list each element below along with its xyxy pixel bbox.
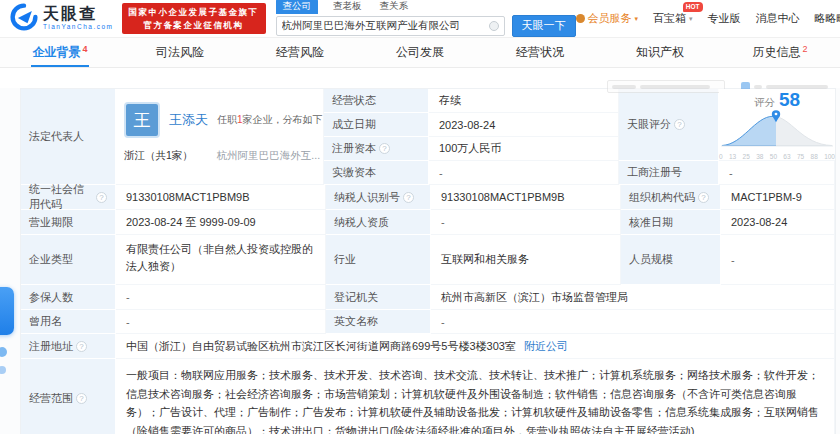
search-input-wrap	[276, 16, 505, 36]
address-text: 中国（浙江）自由贸易试验区杭州市滨江区长河街道网商路699号5号楼3楼303室	[126, 339, 516, 354]
info-icon[interactable]: ?	[674, 119, 685, 130]
table-row: 法定代表人 王 王添天 任职1家企业，分布如下 浙江（共1家） 杭州阿里巴巴海外…	[21, 89, 835, 185]
info-icon[interactable]: ?	[96, 192, 107, 203]
score-axis-labels: 0 13 25 38 50 63 75 88 100	[719, 154, 835, 161]
field-value-biz-reg-no: -	[719, 161, 835, 185]
field-value-company-type: 有限责任公司（非自然人投资或控股的法人独资）	[116, 235, 326, 285]
chevron-down-icon: ▾	[689, 15, 693, 23]
tab-label: 司法风险	[156, 44, 204, 61]
label-text: 天眼评分	[627, 117, 671, 132]
field-label-address: 注册地址 ?	[21, 334, 116, 359]
field-label-taxpayer-id: 纳税人识别号 ?	[326, 185, 431, 210]
search-tab-relation[interactable]: 查关系	[377, 0, 412, 14]
info-icon[interactable]: ?	[379, 143, 390, 154]
tab-history-info[interactable]: 历史信息2	[720, 38, 840, 67]
table-row: 参保人数 - 登记机关 杭州市高新区（滨江）市场监督管理局	[21, 285, 835, 310]
tab-company-background[interactable]: 企业背景4	[0, 38, 120, 67]
info-icon[interactable]: ?	[76, 341, 87, 352]
table-row: 企业类型 有限责任公司（非自然人投资或控股的法人独资） 行业 互联网和相关服务 …	[21, 235, 835, 285]
placeholder-bar	[640, 85, 710, 89]
score-chart: 评分58	[719, 89, 835, 161]
field-label-legal-rep: 法定代表人	[21, 89, 116, 185]
field-value-taxpayer-qual: -	[431, 210, 621, 235]
field-value-status: 存续	[429, 89, 619, 113]
legal-rep-avatar[interactable]: 王	[124, 102, 160, 138]
field-value-scope: 一般项目：物联网应用服务；技术服务、技术开发、技术咨询、技术交流、技术转让、技术…	[116, 359, 835, 434]
search-button[interactable]: 天眼一下	[512, 15, 576, 37]
legal-rep-region: 浙江（共1家）	[124, 149, 193, 163]
field-value-taxpayer-id: 91330108MACT1PBM9B	[431, 185, 621, 210]
member-icon	[576, 14, 585, 23]
field-value-paid-capital: -	[429, 161, 619, 185]
score-curve	[719, 109, 835, 153]
tianyancha-company-page: 天眼查 TianYanCha.com 国家中小企业发展子基金旗下 官方备案企业征…	[0, 0, 840, 434]
field-value-reg-authority: 杭州市高新区（滨江）市场监督管理局	[431, 285, 835, 310]
legal-rep-cell: 王 王添天 任职1家企业，分布如下 浙江（共1家） 杭州阿里巴巴海外互...	[116, 89, 324, 185]
label-text: 组织机构代码	[629, 190, 695, 205]
nav-pro-label: 专业版	[708, 11, 741, 26]
axis-tick: 100	[824, 154, 835, 161]
top-nav: 会员服务 ▾ 百宝箱 ▾ HOT 专业版 消息中心 略略略略...	[576, 11, 840, 26]
certification-badge: 国家中小企业发展子基金旗下 官方备案企业征信机构	[122, 3, 266, 34]
floating-side-widget[interactable]	[0, 287, 14, 335]
legal-rep-note: 任职1家企业，分布如下	[217, 113, 323, 127]
note-suffix: 家企业，分布如下	[243, 114, 323, 125]
legal-rep-name-link[interactable]: 王添天	[169, 111, 208, 129]
field-value-industry: 互联网和相关服务	[431, 235, 621, 285]
field-label-biz-reg-no: 工商注册号	[619, 161, 719, 185]
field-label-status: 经营状态	[324, 89, 429, 113]
badge-line-2: 官方备案企业征信机构	[129, 19, 259, 31]
score-stack: 天眼评分 ? 评分58	[619, 89, 835, 185]
tab-operation-status[interactable]: 经营状况	[480, 38, 600, 67]
field-value-reg-capital: 100万人民币	[429, 137, 619, 161]
tab-count: 4	[82, 44, 87, 54]
legal-rep-company-link[interactable]: 杭州阿里巴巴海外互...	[217, 149, 320, 163]
axis-tick: 38	[756, 154, 763, 161]
field-label-company-type: 企业类型	[21, 235, 116, 285]
company-info-table: 法定代表人 王 王添天 任职1家企业，分布如下 浙江（共1家） 杭州阿里巴巴海外…	[20, 88, 836, 434]
nearby-companies-link[interactable]: 附近公司	[524, 339, 568, 354]
field-value-address: 中国（浙江）自由贸易试验区杭州市滨江区长河街道网商路699号5号楼3楼303室 …	[116, 334, 835, 359]
toolbar-control-placeholder[interactable]	[607, 80, 725, 93]
search-input[interactable]	[282, 20, 489, 32]
nav-message-center[interactable]: 消息中心	[756, 11, 800, 26]
clear-search-icon[interactable]	[489, 21, 499, 31]
info-icon[interactable]: ?	[76, 393, 87, 404]
info-icon[interactable]: ?	[403, 192, 414, 203]
nav-member-services[interactable]: 会员服务 ▾	[576, 11, 639, 26]
hot-badge: HOT	[683, 2, 703, 12]
info-icon[interactable]: ?	[698, 192, 709, 203]
table-row: 注册地址 ? 中国（浙江）自由贸易试验区杭州市滨江区长河街道网商路699号5号楼…	[21, 334, 835, 359]
search-tab-boss[interactable]: 查老板	[330, 0, 365, 14]
axis-tick: 75	[797, 154, 804, 161]
tab-count: 2	[802, 44, 807, 54]
field-label-taxpayer-qual: 纳税人资质	[326, 210, 431, 235]
table-row: 经营范围 ? 一般项目：物联网应用服务；技术服务、技术开发、技术咨询、技术交流、…	[21, 359, 835, 434]
field-label-credit-code: 统一社会信用代码 ?	[21, 185, 116, 210]
tab-operation-risk[interactable]: 经营风险	[240, 38, 360, 67]
field-label-paid-capital: 实缴资本	[324, 161, 429, 185]
axis-tick: 50	[770, 154, 777, 161]
field-label-org-code: 组织机构代码 ?	[621, 185, 721, 210]
tab-intellectual-property[interactable]: 知识产权	[600, 38, 720, 67]
score-value: 58	[779, 89, 800, 110]
tianyancha-logo[interactable]: 天眼查 TianYanCha.com	[10, 3, 114, 35]
score-title: 评分	[754, 96, 775, 108]
chevron-down-icon: ▾	[635, 15, 639, 23]
tab-company-development[interactable]: 公司发展	[360, 38, 480, 67]
axis-tick: 13	[729, 154, 736, 161]
tab-judicial-risk[interactable]: 司法风险	[120, 38, 240, 67]
nav-toolbox[interactable]: 百宝箱 ▾ HOT	[653, 11, 693, 26]
nav-user-account[interactable]: 略略略略...	[815, 11, 840, 26]
field-label-industry: 行业	[326, 235, 431, 285]
brand-domain: TianYanCha.com	[43, 24, 114, 31]
field-label-reg-authority: 登记机关	[326, 285, 431, 310]
placeholder-bar	[766, 85, 828, 89]
search-tab-company[interactable]: 查公司	[276, 0, 319, 14]
field-label-english-name: 英文名称	[326, 310, 431, 334]
axis-tick: 0	[719, 154, 723, 161]
active-tab-underline	[31, 65, 89, 67]
main-content: 法定代表人 王 王添天 任职1家企业，分布如下 浙江（共1家） 杭州阿里巴巴海外…	[0, 88, 840, 434]
nav-pro-version[interactable]: 专业版	[708, 11, 741, 26]
section-tabbar: 企业背景4 司法风险 经营风险 公司发展 经营状况 知识产权 历史信息2	[0, 38, 840, 68]
